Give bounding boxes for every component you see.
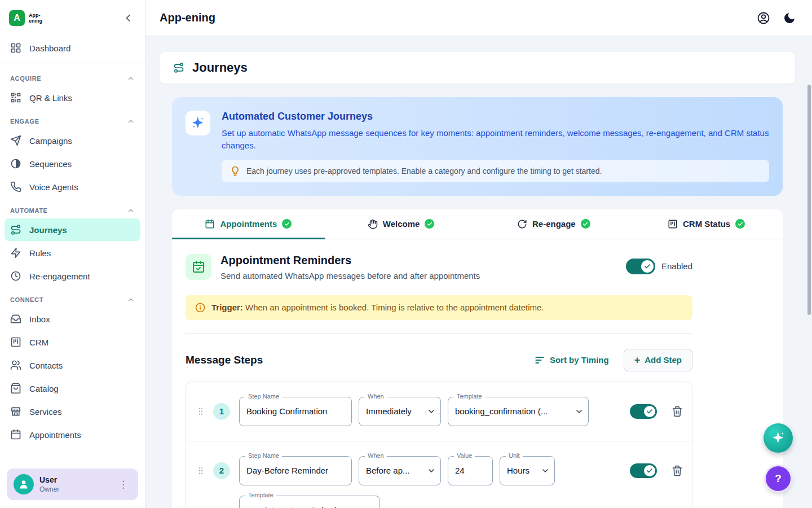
tab-label: CRM Status xyxy=(683,219,730,229)
app-logo: A App-ening xyxy=(9,10,49,26)
unit-value: Hours xyxy=(507,466,529,475)
step-row-2: 2 Step Name xyxy=(186,441,692,508)
chevron-up-icon xyxy=(127,207,135,214)
step-name-input[interactable] xyxy=(246,466,345,475)
trigger-label: Trigger: xyxy=(211,303,243,312)
message-steps-header: Message Steps Sort by Timing + Add Step xyxy=(186,349,692,371)
when-select[interactable]: When Before ap... xyxy=(359,456,441,485)
send-icon xyxy=(10,135,21,146)
panel-inner: Appointment Reminders Send automated Wha… xyxy=(186,254,692,508)
delete-step-button[interactable] xyxy=(672,465,683,476)
sidebar-item-catalog[interactable]: Catalog xyxy=(5,377,140,400)
step-name-field[interactable]: Step Name xyxy=(239,397,352,426)
step-enabled-toggle[interactable] xyxy=(630,404,657,419)
ai-assistant-fab[interactable] xyxy=(764,423,793,453)
contacts-icon xyxy=(10,360,21,371)
chevron-up-icon xyxy=(127,296,135,304)
help-fab[interactable]: ? xyxy=(766,466,791,491)
account-button[interactable] xyxy=(757,11,770,25)
account-circle-icon xyxy=(757,11,770,25)
info-icon xyxy=(195,302,206,313)
chevron-down-icon xyxy=(427,466,436,478)
sidebar-section-automate[interactable]: AUTOMATE xyxy=(0,199,145,218)
scrollbar[interactable] xyxy=(807,85,811,315)
user-card[interactable]: User Owner ⋮ xyxy=(7,468,138,500)
sidebar-item-services[interactable]: Services xyxy=(5,400,140,423)
appointment-reminders-header: Appointment Reminders Send automated Wha… xyxy=(186,254,692,281)
section-subtitle: Send automated WhatsApp messages before … xyxy=(220,271,480,281)
sidebar-item-label: Catalog xyxy=(29,384,59,393)
sidebar-item-sequences[interactable]: Sequences xyxy=(5,152,140,175)
sidebar: A App-ening Dashboard ACQUIRE QR & Links… xyxy=(0,0,145,508)
sidebar-item-dashboard[interactable]: Dashboard xyxy=(5,37,140,59)
sidebar-collapse-button[interactable] xyxy=(120,10,136,26)
grip-icon xyxy=(196,407,205,416)
step-name-field[interactable]: Step Name xyxy=(239,456,352,485)
value-input[interactable] xyxy=(455,466,486,475)
dark-mode-toggle[interactable] xyxy=(783,11,796,25)
tab-re-engage[interactable]: Re-engage xyxy=(478,209,630,239)
enabled-check-badge xyxy=(425,219,434,229)
delete-step-button[interactable] xyxy=(672,406,683,417)
sidebar-item-re-engagement[interactable]: Re-engagement xyxy=(5,265,140,287)
template-select[interactable]: Template appointment_reminder (... xyxy=(239,496,380,508)
step-actions xyxy=(630,404,683,419)
step-name-input[interactable] xyxy=(246,406,345,416)
sidebar-item-campaigns[interactable]: Campaigns xyxy=(5,129,140,152)
toggle-knob xyxy=(644,465,655,476)
drag-handle[interactable] xyxy=(196,466,205,478)
section-header-text: Appointment Reminders Send automated Wha… xyxy=(220,254,480,281)
sidebar-item-crm[interactable]: CRM xyxy=(5,331,140,353)
logo-text: App-ening xyxy=(29,12,49,24)
sidebar-item-inbox[interactable]: Inbox xyxy=(5,308,140,330)
field-line: Step Name When Before ap... xyxy=(239,456,555,485)
sidebar-item-contacts[interactable]: Contacts xyxy=(5,354,140,376)
clock-icon xyxy=(10,270,21,282)
tab-welcome[interactable]: Welcome xyxy=(325,209,478,239)
drag-handle[interactable] xyxy=(196,407,205,418)
enabled-label: Enabled xyxy=(661,261,692,271)
tab-appointments[interactable]: Appointments xyxy=(172,209,325,239)
chevron-down-icon xyxy=(575,407,584,418)
sequence-icon xyxy=(10,158,21,169)
sidebar-item-qr-links[interactable]: QR & Links xyxy=(5,86,140,109)
field-label: When xyxy=(365,452,387,459)
sort-by-timing-button[interactable]: Sort by Timing xyxy=(534,354,609,366)
sidebar-item-rules[interactable]: Rules xyxy=(5,242,140,264)
sidebar-item-label: Campaigns xyxy=(29,136,72,146)
sparkles-icon xyxy=(771,431,785,445)
sidebar-section-acquire[interactable]: ACQUIRE xyxy=(0,67,145,86)
section-label: ACQUIRE xyxy=(10,75,41,82)
add-step-button[interactable]: + Add Step xyxy=(624,349,692,371)
step-enabled-toggle[interactable] xyxy=(630,463,657,478)
sidebar-item-voice-agents[interactable]: Voice Agents xyxy=(5,176,140,198)
step-row-1: 1 Step Name xyxy=(186,382,692,441)
unit-select[interactable]: Unit Hours xyxy=(500,456,555,485)
sidebar-section-connect[interactable]: CONNECT xyxy=(0,288,145,307)
route-icon xyxy=(10,224,21,235)
value-field[interactable]: Value xyxy=(448,456,493,485)
user-role: Owner xyxy=(39,485,109,493)
qr-icon xyxy=(10,92,21,103)
tab-label: Welcome xyxy=(383,219,420,229)
category-enabled-toggle[interactable] xyxy=(626,259,655,274)
sort-label: Sort by Timing xyxy=(550,355,609,365)
moon-icon xyxy=(783,11,796,25)
field-label: When xyxy=(365,393,387,400)
tab-crm-status[interactable]: CRM Status xyxy=(630,209,783,239)
user-menu-button[interactable]: ⋮ xyxy=(115,476,131,493)
calendar-icon xyxy=(205,219,215,229)
sidebar-section-engage[interactable]: ENGAGE xyxy=(0,110,145,129)
crm-icon xyxy=(668,219,678,229)
sidebar-item-label: Contacts xyxy=(29,361,63,370)
sidebar-item-journeys[interactable]: Journeys xyxy=(5,218,140,241)
when-value: Immediately xyxy=(366,406,412,416)
sidebar-item-label: Rules xyxy=(29,248,51,258)
bolt-icon xyxy=(10,247,21,259)
user-name: User xyxy=(39,475,109,484)
template-select[interactable]: Template booking_confirmation (... xyxy=(448,397,589,426)
when-select[interactable]: When Immediately xyxy=(359,397,441,426)
sidebar-item-label: Services xyxy=(29,407,62,417)
step-fields: Step Name When Immediately xyxy=(239,397,589,426)
sidebar-item-appointments[interactable]: Appointments xyxy=(5,423,140,446)
